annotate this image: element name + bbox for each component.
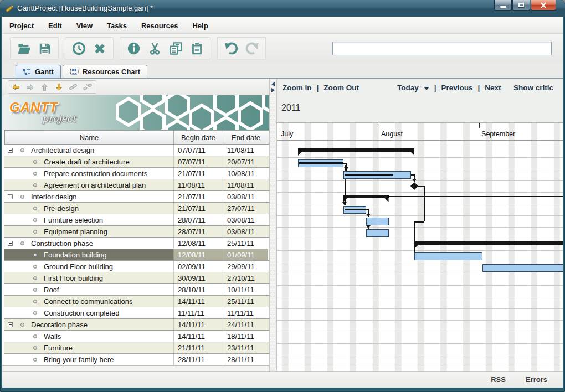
- task-bar[interactable]: [366, 218, 389, 225]
- panel-splitter[interactable]: [269, 79, 277, 371]
- next-link[interactable]: Next: [485, 84, 501, 92]
- table-row[interactable]: Furniture selection28/07/1103/08/11: [4, 214, 269, 226]
- column-header-end-date[interactable]: End date: [223, 131, 269, 144]
- table-row[interactable]: Construction completed11/11/1111/11/11: [4, 307, 269, 319]
- task-bullet-icon: [33, 334, 37, 338]
- timeline-months: JulyAugustSeptember: [277, 122, 563, 141]
- minimize-button[interactable]: [494, 0, 512, 11]
- redo-button[interactable]: [243, 40, 261, 58]
- task-end-date: 23/11/11: [223, 342, 268, 353]
- task-bullet-icon: [33, 276, 37, 280]
- summary-bar[interactable]: [343, 195, 389, 198]
- task-bar[interactable]: [343, 206, 366, 214]
- search-input[interactable]: [332, 42, 552, 55]
- progress-line: [345, 209, 366, 210]
- table-row[interactable]: Connect to communications14/11/1125/11/1…: [4, 296, 269, 307]
- today-link[interactable]: Today: [397, 84, 419, 92]
- collapse-toggle-icon[interactable]: [8, 322, 13, 327]
- menu-help[interactable]: Help: [192, 22, 208, 30]
- task-begin-date: 28/10/11: [173, 284, 223, 295]
- task-name: Agreement on architectural plan: [44, 181, 146, 189]
- menu-edit[interactable]: Edit: [48, 22, 62, 30]
- milestone-diamond[interactable]: [410, 182, 418, 190]
- table-row[interactable]: Decoration phase14/11/1124/11/11: [4, 319, 269, 331]
- task-end-date: 03/08/11: [223, 226, 268, 237]
- column-header-name[interactable]: Name: [5, 131, 174, 144]
- link-tasks-button[interactable]: [66, 81, 80, 93]
- task-end-date: 11/11/11: [223, 307, 268, 318]
- zoom-in-link[interactable]: Zoom In: [282, 84, 312, 92]
- file-toolbar-group: [10, 37, 59, 60]
- manage-time-button[interactable]: [70, 40, 88, 58]
- close-button[interactable]: [531, 0, 556, 11]
- table-row[interactable]: Furniture21/11/1123/11/11: [4, 342, 269, 354]
- task-begin-date: 21/07/11: [173, 168, 223, 179]
- collapse-toggle-icon[interactable]: [8, 241, 13, 246]
- forward-arrow-icon: [26, 83, 34, 91]
- today-dropdown-icon[interactable]: [424, 87, 429, 90]
- link-icon: [69, 82, 78, 91]
- gantt-chart-panel: Zoom In | Zoom Out Today | Previous | Ne…: [277, 79, 563, 371]
- collapse-toggle-icon[interactable]: [8, 148, 13, 153]
- table-row[interactable]: Bring your family here28/11/1128/11/11: [4, 354, 269, 365]
- errors-button[interactable]: Errors: [526, 375, 547, 384]
- column-header-begin-date[interactable]: Begin date: [174, 131, 223, 144]
- task-bar[interactable]: [482, 264, 563, 272]
- task-bar[interactable]: [414, 252, 482, 260]
- menu-tasks[interactable]: Tasks: [107, 22, 127, 30]
- move-up-button[interactable]: [37, 81, 52, 93]
- summary-bar[interactable]: [298, 148, 414, 152]
- rss-button[interactable]: RSS: [491, 375, 506, 384]
- edit-toolbar-group: [120, 37, 210, 60]
- menu-project[interactable]: Project: [9, 22, 34, 30]
- tab-resources-chart[interactable]: Resources Chart: [63, 65, 147, 78]
- save-project-button[interactable]: [36, 40, 54, 58]
- table-row[interactable]: Interior design21/07/1103/08/11: [4, 191, 269, 203]
- title-bar[interactable]: GanttProject [HouseBuildingSample.gan] *: [0, 0, 565, 17]
- cut-button[interactable]: [146, 40, 163, 58]
- table-row[interactable]: Pre-design21/07/1127/07/11: [4, 203, 269, 214]
- dependency-line: [414, 221, 415, 256]
- table-row[interactable]: Ground Floor building02/09/1129/09/11: [4, 261, 269, 272]
- open-project-button[interactable]: [15, 40, 33, 58]
- task-bar[interactable]: [298, 159, 343, 167]
- zoom-out-link[interactable]: Zoom Out: [323, 84, 359, 92]
- table-row[interactable]: Equipment planning28/07/1103/08/11: [4, 226, 269, 238]
- copy-button[interactable]: [167, 40, 184, 58]
- previous-link[interactable]: Previous: [441, 84, 473, 92]
- maximize-button[interactable]: [512, 0, 530, 11]
- task-bar[interactable]: [366, 229, 389, 237]
- move-forward-button[interactable]: [23, 81, 37, 93]
- move-down-button[interactable]: [52, 81, 66, 93]
- collapse-toggle-icon[interactable]: [8, 194, 13, 199]
- table-row[interactable]: First Floor building30/09/1127/10/11: [4, 272, 269, 284]
- table-row[interactable]: Construction phase12/08/1125/11/11: [4, 238, 269, 249]
- table-row[interactable]: Create draft of architecture07/07/1120/0…: [4, 156, 269, 168]
- menu-resources[interactable]: Resources: [141, 22, 178, 30]
- paste-button[interactable]: [188, 40, 206, 58]
- table-row[interactable]: Agreement on architectural plan11/08/111…: [4, 179, 269, 191]
- task-properties-button[interactable]: [125, 40, 142, 58]
- menu-view[interactable]: View: [76, 22, 93, 30]
- table-row[interactable]: Roof28/10/1110/11/11: [4, 284, 269, 296]
- delete-task-button[interactable]: [91, 40, 109, 58]
- move-back-button[interactable]: [8, 81, 23, 93]
- timeline-year: 2011: [281, 103, 300, 113]
- tab-gantt[interactable]: Gantt: [16, 65, 61, 78]
- expand-right-icon[interactable]: [271, 88, 275, 92]
- task-bar[interactable]: [343, 171, 412, 179]
- table-row[interactable]: Architectural design07/07/1111/08/11: [4, 145, 269, 156]
- task-bullet-icon: [33, 346, 37, 350]
- table-row[interactable]: Walls14/11/1118/11/11: [4, 331, 269, 342]
- unlink-tasks-button[interactable]: [80, 81, 95, 93]
- summary-bar[interactable]: [414, 241, 563, 245]
- table-row[interactable]: Foundation building12/08/1101/09/11: [4, 249, 269, 261]
- dependency-line: [414, 221, 424, 223]
- undo-button[interactable]: [222, 40, 240, 58]
- delete-x-icon: [92, 41, 107, 56]
- show-critical-path-link[interactable]: Show critic: [513, 84, 553, 92]
- collapse-left-icon[interactable]: [271, 82, 275, 86]
- gantt-canvas[interactable]: [277, 141, 563, 371]
- separator: |: [434, 84, 436, 92]
- table-row[interactable]: Prepare construction documents21/07/1110…: [4, 168, 269, 179]
